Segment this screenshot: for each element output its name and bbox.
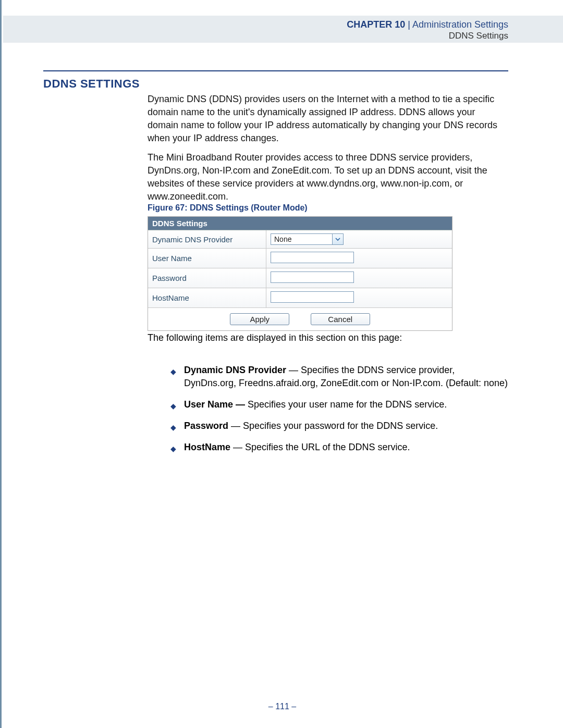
bullet-name: Password	[184, 421, 228, 431]
list-item: User Name — Specifies your user name for…	[168, 398, 508, 411]
bullet-name: Dynamic DNS Provider	[184, 365, 286, 375]
provider-select-value: None	[274, 235, 291, 243]
paragraph-3: The following items are displayed in thi…	[148, 332, 508, 343]
chapter-label: CHAPTER 10	[347, 19, 405, 30]
password-input[interactable]	[271, 272, 354, 283]
provider-cell: None	[266, 230, 452, 249]
hostname-label: HostName	[148, 288, 266, 308]
apply-button[interactable]: Apply	[230, 313, 289, 325]
paragraph-1: Dynamic DNS (DDNS) provides users on the…	[148, 93, 508, 145]
username-label: User Name	[148, 249, 266, 268]
table-row: HostName	[148, 288, 452, 308]
password-label: Password	[148, 268, 266, 288]
page: CHAPTER 10 | Administration Settings DDN…	[0, 0, 563, 728]
page-number: – 111 –	[2, 702, 563, 711]
section-rule	[43, 70, 508, 71]
provider-select[interactable]: None	[271, 233, 344, 245]
chevron-down-icon[interactable]	[332, 234, 343, 244]
list-item: Dynamic DNS Provider — Specifies the DDN…	[168, 364, 508, 390]
header-band: CHAPTER 10 | Administration Settings DDN…	[3, 16, 563, 43]
figure-panel-header: DDNS Settings	[148, 217, 452, 230]
breadcrumb-separator: |	[408, 19, 412, 30]
settings-table: Dynamic DNS Provider None User Name Pass…	[148, 230, 452, 307]
figure-panel: DDNS Settings Dynamic DNS Provider None …	[148, 216, 452, 331]
table-row: Password	[148, 268, 452, 288]
bullet-name: User Name —	[184, 399, 245, 410]
figure-caption: Figure 67: DDNS Settings (Router Mode)	[148, 203, 308, 213]
paragraph-2: The Mini Broadband Router provides acces…	[148, 151, 508, 203]
button-row: Apply Cancel	[148, 307, 452, 330]
hostname-input[interactable]	[271, 291, 354, 303]
bullet-desc: Specifies your user name for the DDNS se…	[245, 399, 447, 410]
provider-label: Dynamic DNS Provider	[148, 230, 266, 249]
table-row: User Name	[148, 249, 452, 268]
list-item: HostName — Specifies the URL of the DDNS…	[168, 441, 508, 454]
bullet-desc: — Specifies your password for the DDNS s…	[228, 421, 438, 431]
bullet-list: Dynamic DNS Provider — Specifies the DDN…	[148, 364, 508, 462]
header-text: CHAPTER 10 | Administration Settings DDN…	[347, 19, 508, 42]
cancel-button[interactable]: Cancel	[311, 313, 370, 325]
bullet-name: HostName	[184, 442, 230, 452]
list-item: Password — Specifies your password for t…	[168, 419, 508, 433]
table-row: Dynamic DNS Provider None	[148, 230, 452, 249]
page-title: DDNS SETTINGS	[43, 77, 140, 91]
section-label: Administration Settings	[412, 19, 508, 30]
username-input[interactable]	[271, 252, 354, 263]
bullet-desc: — Specifies the URL of the DDNS service.	[230, 442, 410, 452]
subsection-label: DDNS Settings	[347, 30, 508, 42]
